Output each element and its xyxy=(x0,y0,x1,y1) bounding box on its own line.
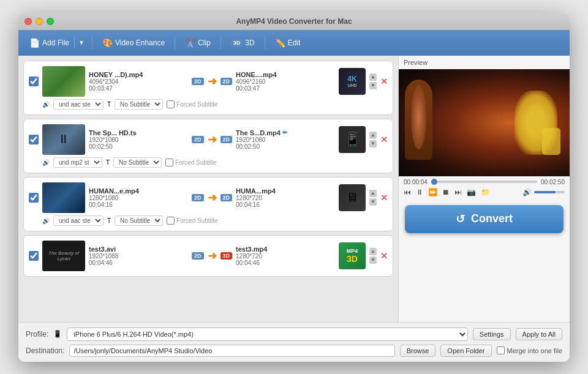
clip-icon: ✂️ xyxy=(185,38,195,48)
settings-button[interactable]: Settings xyxy=(473,328,511,340)
app-window: AnyMP4 Video Converter for Mac 📄 Add Fil… xyxy=(18,13,570,362)
arrow-icon-1: ➜ xyxy=(208,75,217,88)
file-checkbox-2[interactable] xyxy=(29,135,39,144)
input-2d-badge-3: 2D xyxy=(192,194,204,201)
snapshot-button[interactable]: 📷 xyxy=(467,188,476,196)
skip-end-button[interactable]: ⏭ xyxy=(454,188,462,196)
input-res-2: 1920*1080 xyxy=(89,137,188,143)
input-name-3: HUMAN...e.mp4 xyxy=(89,187,188,195)
add-file-group: 📄 Add File ▼ xyxy=(24,36,88,50)
folder-button[interactable]: 📁 xyxy=(481,188,490,196)
output-name-1: HONE....mp4 xyxy=(236,71,335,78)
add-file-dropdown-button[interactable]: ▼ xyxy=(74,37,88,48)
remove-file-3[interactable]: ✕ xyxy=(380,193,388,203)
file-info-4: test3.avi 1920*1088 00:04:46 2D ➜ 3D tes… xyxy=(89,242,366,269)
scroll-up-4[interactable]: ▲ xyxy=(369,248,377,255)
progress-bar[interactable] xyxy=(431,181,537,183)
file-checkbox-4[interactable] xyxy=(29,251,39,261)
audio-select-3[interactable]: und aac ste xyxy=(53,215,104,226)
3d-button[interactable]: 3D 3D xyxy=(225,36,261,50)
input-res-4: 1920*1088 xyxy=(89,253,188,260)
scroll-controls-1: ▲ ▼ xyxy=(369,73,377,89)
file-item-top-3: HUMAN...e.mp4 1280*1080 00:04:16 2D ➜ 2D… xyxy=(29,182,388,213)
output-name-4: test3.mp4 xyxy=(236,245,335,253)
scroll-up-3[interactable]: ▲ xyxy=(369,190,377,197)
output-duration-4: 00:04:46 xyxy=(236,260,335,266)
input-meta-3: HUMAN...e.mp4 1280*1080 00:04:16 xyxy=(89,187,188,208)
forced-subtitle-checkbox-1[interactable] xyxy=(167,100,175,108)
close-button[interactable] xyxy=(24,18,32,25)
remove-file-2[interactable]: ✕ xyxy=(380,135,388,144)
edit-button[interactable]: ✏️ Edit xyxy=(269,36,307,50)
subtitle-icon-1: T xyxy=(107,101,111,108)
forced-subtitle-1: Forced Subtitle xyxy=(167,100,217,108)
destination-label: Destination: xyxy=(26,346,64,355)
scroll-down-2[interactable]: ▼ xyxy=(369,140,377,148)
scroll-controls-2: ▲ ▼ xyxy=(369,132,377,148)
separator-4 xyxy=(265,36,265,50)
audio-select-2[interactable]: und mp2 st xyxy=(53,157,102,168)
skip-start-button[interactable]: ⏮ xyxy=(404,188,411,196)
preview-controls: 00:00:04 00:02:50 ⏮ ⏸ ⏩ ⏹ ⏭ 📷 📁 xyxy=(399,176,570,199)
file-checkbox-1[interactable] xyxy=(29,77,39,86)
convert-label: Convert xyxy=(471,212,513,225)
scroll-controls-4: ▲ ▼ xyxy=(369,248,377,264)
apply-all-button[interactable]: Apply to All xyxy=(516,328,562,340)
file-thumbnail-1 xyxy=(42,66,85,97)
output-duration-1: 00:03:47 xyxy=(236,85,335,92)
subtitle-select-2[interactable]: No Subtitle xyxy=(113,157,162,168)
input-duration-4: 00:04:46 xyxy=(89,260,188,266)
profile-select[interactable]: iPhone 6 Plus/6 H.264 HD Video(*.mp4) xyxy=(67,327,467,341)
destination-input[interactable] xyxy=(69,345,394,357)
input-res-3: 1280*1080 xyxy=(89,195,188,201)
output-2d-badge-2: 2D xyxy=(221,136,233,143)
subtitle-select-3[interactable]: No Subtitle xyxy=(115,215,163,226)
forced-subtitle-checkbox-3[interactable] xyxy=(167,217,175,225)
scroll-down-3[interactable]: ▼ xyxy=(369,198,377,206)
arrow-icon-4: ➜ xyxy=(208,249,217,263)
scroll-up-1[interactable]: ▲ xyxy=(369,73,377,81)
subtitle-select-1[interactable]: No Subtitle xyxy=(115,99,163,110)
volume-icon[interactable]: 🔊 xyxy=(522,188,532,196)
file-info-1: HONEY ...D).mp4 4096*2304 00:03:47 2D ➜ … xyxy=(89,68,366,95)
browse-button[interactable]: Browse xyxy=(400,345,436,357)
playback-controls: ⏮ ⏸ ⏩ ⏹ ⏭ 📷 📁 🔊 xyxy=(404,188,565,196)
audio-select-1[interactable]: und aac ste xyxy=(53,99,104,110)
volume-bar[interactable] xyxy=(534,191,565,193)
input-name-1: HONEY ...D).mp4 xyxy=(89,71,188,78)
remove-file-1[interactable]: ✕ xyxy=(380,77,388,86)
play-pause-button[interactable]: ⏸ xyxy=(416,188,423,196)
title-bar: AnyMP4 Video Converter for Mac xyxy=(18,13,570,30)
destination-row: Destination: Browse Open Folder Merge in… xyxy=(26,345,562,357)
window-controls xyxy=(24,18,54,25)
scroll-down-1[interactable]: ▼ xyxy=(369,82,377,89)
bottom-bar: Profile: 📱 iPhone 6 Plus/6 H.264 HD Vide… xyxy=(18,322,570,362)
audio-icon-3: 🔊 xyxy=(42,217,50,224)
file-thumbnail-2: ⏸ xyxy=(42,124,85,155)
file-checkbox-3[interactable] xyxy=(29,193,39,203)
stop-button[interactable]: ⏹ xyxy=(442,188,450,196)
time-total: 00:02:50 xyxy=(541,179,565,185)
remove-file-4[interactable]: ✕ xyxy=(380,251,388,261)
scroll-down-4[interactable]: ▼ xyxy=(369,256,377,264)
open-folder-button[interactable]: Open Folder xyxy=(440,345,491,357)
separator-2 xyxy=(175,36,175,50)
merge-checkbox[interactable] xyxy=(497,346,505,354)
time-current: 00:00:04 xyxy=(404,179,428,185)
video-enhance-button[interactable]: 🎨 Video Enhance xyxy=(96,36,171,50)
convert-button[interactable]: ↺ Convert xyxy=(405,205,564,233)
maximize-button[interactable] xyxy=(47,18,54,25)
clip-button[interactable]: ✂️ Clip xyxy=(179,36,217,50)
forced-subtitle-checkbox-2[interactable] xyxy=(165,159,173,166)
profile-phone-icon: 📱 xyxy=(53,330,62,338)
output-meta-1: HONE....mp4 4096*2160 00:03:47 xyxy=(236,71,335,92)
convert-icon: ↺ xyxy=(456,212,465,226)
output-name-3: HUMA...mp4 xyxy=(236,187,335,195)
output-duration-2: 00:02:50 xyxy=(236,143,335,150)
fast-forward-button[interactable]: ⏩ xyxy=(428,188,437,196)
add-file-button[interactable]: 📄 Add File xyxy=(24,36,74,50)
scroll-up-2[interactable]: ▲ xyxy=(369,132,377,139)
edit-output-name-2[interactable]: ✏ xyxy=(282,129,287,136)
minimize-button[interactable] xyxy=(36,18,43,25)
progress-thumb xyxy=(431,179,437,185)
